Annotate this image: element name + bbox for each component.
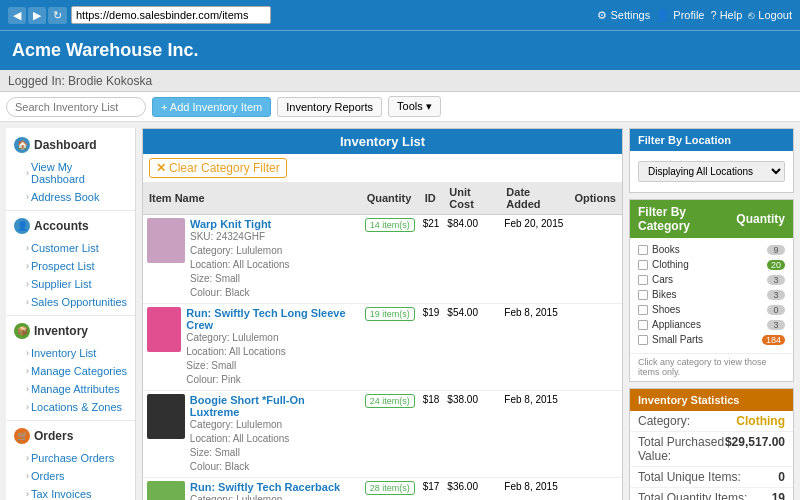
sidebar-item-manage-attributes[interactable]: › Manage Attributes [6, 380, 135, 398]
list-toolbar: ✕ Clear Category Filter [143, 154, 622, 182]
sidebar-label-accounts: Accounts [34, 219, 89, 233]
nav-buttons: ◀ ▶ ↻ [8, 7, 67, 24]
category-checkbox[interactable] [638, 335, 648, 345]
item-name[interactable]: Run: Swiftly Tech Long Sleeve Crew [186, 307, 356, 331]
inventory-icon: 📦 [14, 323, 30, 339]
sidebar-item-sales-opp[interactable]: › Sales Opportunities [6, 293, 135, 311]
item-name[interactable]: Run: Swiftly Tech Racerback [190, 481, 340, 493]
stats-unique-value: 0 [778, 470, 785, 484]
refresh-button[interactable]: ↻ [48, 7, 67, 24]
table-row: Run: Swiftly Tech Racerback Category: Lu… [143, 478, 622, 501]
item-cost-cell: $36.00 [443, 478, 500, 501]
category-row[interactable]: Shoes 0 [638, 302, 785, 317]
category-checkbox[interactable] [638, 320, 648, 330]
category-count: 3 [767, 275, 785, 285]
content-wrapper: Logged In: Brodie Kokoska + Add Inventor… [0, 70, 800, 500]
sidebar-section-inventory: 📦 Inventory › Inventory List › Manage Ca… [6, 318, 135, 416]
item-image [147, 394, 185, 439]
divider-2 [6, 315, 135, 316]
item-colour: Colour: Pink [186, 373, 356, 387]
sidebar-section-orders: 🛒 Orders › Purchase Orders › Orders › Ta… [6, 423, 135, 500]
item-quantity-cell: 14 item(s) [361, 215, 419, 304]
sidebar-section-dashboard: 🏠 Dashboard › View My Dashboard › Addres… [6, 132, 135, 206]
sidebar-item-orders[interactable]: › Orders [6, 467, 135, 485]
item-sku: SKU: 24324GHF [190, 230, 290, 244]
item-quantity-cell: 28 item(s) [361, 478, 419, 501]
category-row[interactable]: Clothing 20 [638, 257, 785, 272]
browser-nav: ◀ ▶ ↻ [8, 6, 271, 24]
item-location: Location: All Locations [190, 432, 357, 446]
item-date-cell: Feb 8, 2015 [500, 304, 568, 391]
table-row: Warp Knit Tight SKU: 24324GHF Category: … [143, 215, 622, 304]
sidebar-label-inventory: Inventory [34, 324, 88, 338]
sidebar-item-tax-invoices[interactable]: › Tax Invoices [6, 485, 135, 500]
item-category: Category: Lululemon [190, 493, 340, 500]
item-name[interactable]: Boogie Short *Full-On Luxtreme [190, 394, 357, 418]
topbar-actions: ⚙ Settings 👤 Profile ? Help ⎋ Logout [597, 9, 792, 22]
add-inventory-button[interactable]: + Add Inventory Item [152, 97, 271, 117]
tools-button[interactable]: Tools ▾ [388, 96, 441, 117]
category-checkbox[interactable] [638, 290, 648, 300]
brand-bar: Acme Warehouse Inc. [0, 30, 800, 70]
stats-quantity-value: 19 [772, 491, 785, 500]
sidebar-section-accounts: 👤 Accounts › Customer List › Prospect Li… [6, 213, 135, 311]
address-bar[interactable] [71, 6, 271, 24]
item-id-cell: $21 [419, 215, 444, 304]
profile-link[interactable]: 👤 Profile [656, 9, 704, 22]
quantity-badge: 19 item(s) [365, 307, 415, 321]
item-quantity-cell: 24 item(s) [361, 391, 419, 478]
brand-title: Acme Warehouse Inc. [12, 40, 198, 61]
forward-button[interactable]: ▶ [28, 7, 46, 24]
sidebar-item-inventory-list[interactable]: › Inventory List [6, 344, 135, 362]
category-count: 3 [767, 290, 785, 300]
logout-link[interactable]: ⎋ Logout [748, 9, 792, 22]
sidebar-item-address-book[interactable]: › Address Book [6, 188, 135, 206]
sidebar-item-customer-list[interactable]: › Customer List [6, 239, 135, 257]
sidebar-item-manage-categories[interactable]: › Manage Categories [6, 362, 135, 380]
category-checkbox[interactable] [638, 305, 648, 315]
filter-category-header: Filter By Category Quantity [630, 200, 793, 238]
col-id: ID [419, 182, 444, 215]
sidebar-header-inventory: 📦 Inventory [6, 318, 135, 344]
category-label: Bikes [648, 289, 767, 300]
sidebar-item-purchase-orders[interactable]: › Purchase Orders [6, 449, 135, 467]
item-category: Category: Lululemon [190, 418, 357, 432]
category-row[interactable]: Small Parts 184 [638, 332, 785, 347]
stats-purchased-label: Total Purchased Value: [638, 435, 725, 463]
category-row[interactable]: Cars 3 [638, 272, 785, 287]
category-checkbox[interactable] [638, 260, 648, 270]
clear-category-filter-button[interactable]: ✕ Clear Category Filter [149, 158, 287, 178]
item-id-cell: $18 [419, 391, 444, 478]
item-name-cell: Warp Knit Tight SKU: 24324GHF Category: … [143, 215, 361, 304]
sidebar-item-prospect-list[interactable]: › Prospect List [6, 257, 135, 275]
sidebar-item-locations[interactable]: › Locations & Zones [6, 398, 135, 416]
stats-purchased-row: Total Purchased Value: $29,517.00 [630, 432, 793, 467]
inventory-reports-button[interactable]: Inventory Reports [277, 97, 382, 117]
sidebar-label-orders: Orders [34, 429, 73, 443]
category-checkbox[interactable] [638, 245, 648, 255]
category-row[interactable]: Appliances 3 [638, 317, 785, 332]
category-label: Cars [648, 274, 767, 285]
category-row[interactable]: Books 9 [638, 242, 785, 257]
item-colour: Colour: Black [190, 286, 290, 300]
help-link[interactable]: ? Help [711, 9, 743, 22]
location-select[interactable]: Displaying All Locations [638, 161, 785, 182]
item-name[interactable]: Warp Knit Tight [190, 218, 290, 230]
settings-link[interactable]: ⚙ Settings [597, 9, 650, 22]
category-checkbox[interactable] [638, 275, 648, 285]
sidebar-item-supplier-list[interactable]: › Supplier List [6, 275, 135, 293]
item-location: Location: All Locations [186, 345, 356, 359]
stats-category-row: Category: Clothing [630, 411, 793, 432]
login-text: Logged In: Brodie Kokoska [8, 74, 152, 88]
category-row[interactable]: Bikes 3 [638, 287, 785, 302]
filter-category-title: Filter By Category [638, 205, 736, 233]
item-size: Size: Small [186, 359, 356, 373]
orders-icon: 🛒 [14, 428, 30, 444]
sidebar-item-view-dashboard[interactable]: › View My Dashboard [6, 158, 135, 188]
divider-1 [6, 210, 135, 211]
back-button[interactable]: ◀ [8, 7, 26, 24]
filter-location-content: Displaying All Locations [630, 151, 793, 192]
category-count: 9 [767, 245, 785, 255]
search-input[interactable] [6, 97, 146, 117]
category-label: Books [648, 244, 767, 255]
